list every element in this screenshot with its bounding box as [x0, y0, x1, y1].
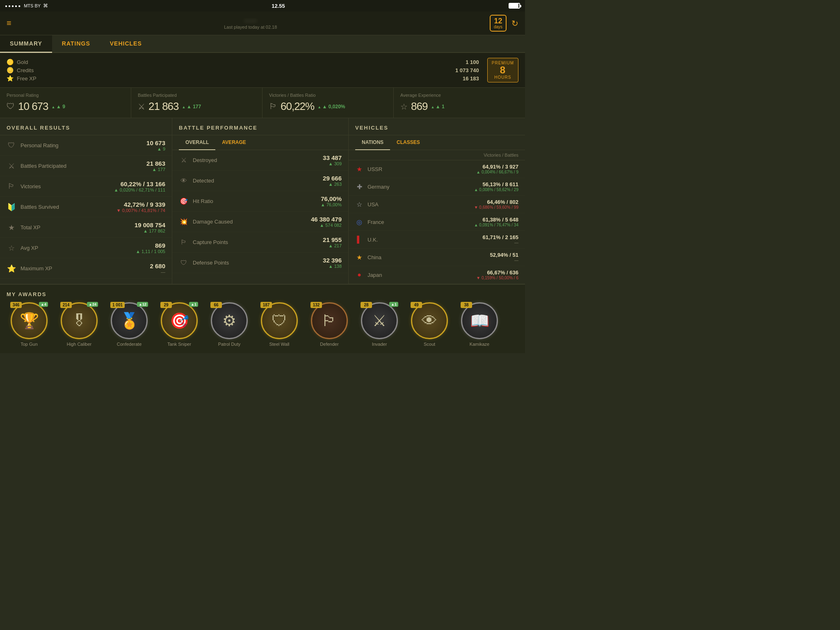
- nation-uk: ▌ U.K. 61,71% / 2 165 —: [349, 231, 525, 249]
- survived-icon: 🔰: [7, 203, 16, 212]
- battery-icon: [509, 3, 520, 9]
- ussr-name: USSR: [368, 166, 472, 172]
- japan-name: Japan: [368, 272, 472, 278]
- victories-label: Victories: [21, 183, 41, 189]
- stat-victories-value: 60,22%: [281, 100, 314, 113]
- award-kamikaze-name: Kamikaze: [470, 342, 489, 347]
- award-highcaliber-delta: ▲24: [87, 302, 98, 307]
- award-defender-icon: 🏳: [322, 312, 337, 330]
- status-right: [509, 3, 520, 9]
- perf-defense: 🛡 Defense Points 32 396 ▲ 138: [172, 253, 348, 273]
- tab-vehicles[interactable]: VEHICLES: [100, 35, 152, 53]
- credits-icon: 🪙: [7, 67, 14, 73]
- award-kamikaze-badge: 38 📖: [461, 302, 498, 339]
- destroyed-label: Destroyed: [193, 157, 217, 163]
- detected-value: 29 666 ▲ 263: [323, 175, 342, 187]
- award-confederate-delta: ▲12: [137, 302, 148, 307]
- stat-battles: Battles Participated ⚔ 21 863 ▲ 177: [131, 88, 262, 118]
- premium-hours-label: HOURS: [492, 75, 514, 80]
- stat-victories-label: Victories / Battles Ratio: [269, 93, 387, 98]
- pr-icon: 🛡: [7, 141, 16, 150]
- award-topgun-icon: 🏆: [20, 312, 39, 330]
- stat-personal-rating: Personal Rating 🛡 10 673 ▲ 9: [0, 88, 131, 118]
- nation-usa: ☆ USA 64,46% / 802 ▼ 0,686% / 59,60% / 9…: [349, 196, 525, 213]
- germany-flag-icon: ✚: [355, 183, 363, 191]
- award-invader-badge: 28 ▲1 ⚔: [361, 302, 398, 339]
- freexp-icon: ⭐: [7, 75, 14, 82]
- award-topgun-count: 346: [10, 302, 22, 308]
- battles-icon: ⚔: [7, 162, 16, 171]
- avgxp-icon: ☆: [7, 244, 16, 253]
- damage-icon: 💥: [179, 218, 189, 226]
- perf-hitratio: 🎯 Hit Ratio 76,00% ▲ 76,00%: [172, 191, 348, 212]
- status-bar: ●●●●● MTS BY ⌘ 12.55: [0, 0, 525, 11]
- award-patrolduty-icon: ⚙: [222, 312, 236, 330]
- stat-battles-delta: ▲ 177: [182, 104, 201, 110]
- award-defender: 132 🏳 Defender: [307, 302, 352, 347]
- stat-battles-label: Battles Participated: [138, 93, 256, 98]
- award-kamikaze-icon: 📖: [470, 312, 489, 330]
- credits-value: 1 073 740: [455, 67, 479, 73]
- award-scout-name: Scout: [424, 342, 435, 347]
- china-stats: 52,94% / 51 —: [490, 252, 518, 262]
- germany-name: Germany: [368, 184, 470, 190]
- maxxp-label: Maximum XP: [21, 265, 52, 272]
- award-tanksniper-count: 29: [160, 302, 172, 308]
- france-name: France: [368, 219, 470, 225]
- credits-row: 🪙 Credits 1 073 740: [7, 66, 479, 74]
- bp-tab-overall[interactable]: OVERALL: [179, 135, 215, 150]
- award-steelwall: 187 🛡 Steel Wall: [257, 302, 302, 347]
- stat-battles-main: ⚔ 21 863 ▲ 177: [138, 100, 256, 113]
- award-patrolduty: 66 ⚙ Patrol Duty: [207, 302, 252, 347]
- award-highcaliber: 214 ▲24 🎖 High Caliber: [57, 302, 102, 347]
- last-played: Last played today at 02.18: [224, 25, 277, 30]
- defense-label: Defense Points: [193, 260, 229, 266]
- stat-pr-main: 🛡 10 673 ▲ 9: [7, 100, 124, 113]
- nation-germany: ✚ Germany 56,13% / 8 611 ▲ 0,008% / 58,6…: [349, 178, 525, 196]
- resources-bar: 🟡 Gold 1 100 🪙 Credits 1 073 740 ⭐ Free …: [0, 53, 525, 88]
- award-confederate-name: Confederate: [117, 342, 142, 347]
- award-scout-badge: 49 👁: [411, 302, 448, 339]
- award-topgun-delta: ▲4: [39, 302, 48, 307]
- nation-japan: ● Japan 66,67% / 636 ▼ 0,159% / 50,00% /…: [349, 266, 525, 284]
- award-scout-count: 49: [411, 302, 422, 308]
- wifi-icon: ⌘: [43, 3, 48, 9]
- award-invader-delta: ▲1: [389, 302, 398, 307]
- award-invader-name: Invader: [372, 342, 387, 347]
- v-tab-nations[interactable]: NATIONS: [355, 135, 390, 150]
- stat-avgxp-label: Average Experience: [400, 93, 518, 98]
- overall-results-panel: OVERALL RESULTS 🛡 Personal Rating 10 673…: [0, 118, 172, 284]
- award-kamikaze-count: 38: [461, 302, 472, 308]
- stat-avgxp: Average Experience ☆ 869 ▲ 1: [394, 88, 525, 118]
- awards-section: MY AWARDS 346 ▲4 🏆 Top Gun 214 ▲24 🎖 Hig…: [0, 284, 525, 353]
- award-steelwall-name: Steel Wall: [269, 342, 289, 347]
- detected-label: Detected: [193, 178, 214, 184]
- award-steelwall-icon: 🛡: [272, 312, 287, 330]
- award-highcaliber-count: 214: [60, 302, 72, 308]
- header-right: 12 days ↻: [490, 15, 518, 32]
- award-tanksniper-icon: 🎯: [170, 312, 189, 330]
- tab-summary[interactable]: SUMMARY: [0, 35, 52, 53]
- days-badge: 12 days: [490, 15, 507, 32]
- battery-fill: [509, 4, 518, 8]
- stat-victories-main: 🏳 60,22% ▲ 0,020%: [269, 100, 387, 113]
- battles-value: 21 863 ▲ 177: [146, 160, 165, 172]
- v-tab-classes[interactable]: CLASSES: [390, 135, 427, 150]
- detected-icon: 👁: [179, 177, 189, 185]
- result-battles: ⚔ Battles Participated 21 863 ▲ 177: [0, 156, 172, 176]
- gold-icon: 🟡: [7, 59, 14, 65]
- bp-tab-average[interactable]: AVERAGE: [215, 135, 252, 150]
- award-confederate-badge: 1 001 ▲12 🏅: [111, 302, 148, 339]
- nation-ussr: ★ USSR 64,91% / 3 927 ▲ 0,004% / 66,67% …: [349, 160, 525, 178]
- refresh-button[interactable]: ↻: [511, 18, 518, 28]
- menu-button[interactable]: ≡: [7, 18, 11, 28]
- result-avgxp: ☆ Avg XP 869 ▲ 1,11 / 1 005: [0, 238, 172, 258]
- hitratio-value: 76,00% ▲ 76,00%: [321, 195, 342, 207]
- stat-avgxp-main: ☆ 869 ▲ 1: [400, 100, 518, 113]
- perf-damage: 💥 Damage Caused 46 380 479 ▲ 574 082: [172, 212, 348, 232]
- overall-results-title: OVERALL RESULTS: [0, 118, 172, 135]
- award-highcaliber-icon: 🎖: [71, 312, 87, 330]
- tab-ratings[interactable]: RATINGS: [52, 35, 100, 53]
- award-confederate-count: 1 001: [110, 302, 125, 308]
- stat-battles-value: 21 863: [148, 100, 179, 113]
